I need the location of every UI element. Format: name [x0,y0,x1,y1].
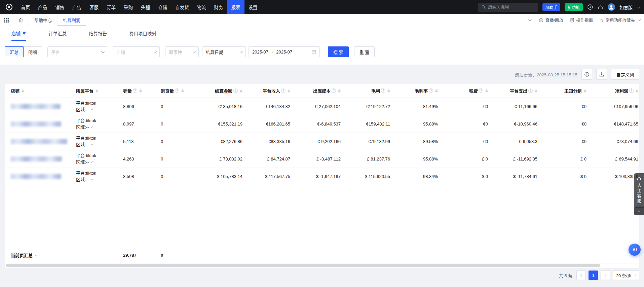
tab-order-summary[interactable]: 订单汇总 [48,26,67,41]
home-tab[interactable] [13,14,29,26]
apps-grid-icon[interactable] [4,18,9,23]
help-icon[interactable] [281,88,286,93]
prev-page-button[interactable] [576,271,586,280]
table-row[interactable]: 平台: tiktok 区域: -- 5,113 0 €82,276.86 €88… [5,133,639,150]
guide-link[interactable]: 操作指南 [570,17,593,23]
avatar[interactable] [608,3,615,11]
search-button[interactable]: 搜 索 [328,46,349,57]
edition-label[interactable]: 如意版 [619,4,633,10]
info-button[interactable] [581,69,592,80]
tab-store[interactable]: 店铺 [11,26,26,41]
help-icon[interactable] [528,88,533,93]
column-sales-qty[interactable]: 销量 [118,84,155,98]
column-platform-income[interactable]: 平台收入 [248,84,296,98]
sort-icon[interactable] [535,89,537,93]
tab-fee-mapping[interactable]: 费用项目映射 [129,26,156,41]
date-type-select[interactable]: 结算日期 [202,46,246,57]
new-feature-button[interactable]: 新功能 [565,3,583,11]
pin-icon[interactable] [22,31,26,35]
scrollbar-thumb[interactable] [6,264,600,267]
date-to-value[interactable]: 2025-07 [276,49,292,55]
sort-icon[interactable] [584,89,586,93]
table-row[interactable]: 平台: tiktok 区域: -- 8,097 0 €155,321.19 €1… [5,115,639,133]
table-row[interactable]: 平台: tiktok 区域: -- 3,508 0 $ 105,783.14 $… [5,168,639,185]
page-summary-toggle[interactable]: 当前页汇总 [11,252,37,258]
chevron-down-icon[interactable] [91,143,93,145]
help-icon[interactable] [175,88,179,93]
nav-item-first-leg[interactable]: 头程 [137,0,154,14]
sort-icon[interactable] [288,89,290,93]
column-gross-profit[interactable]: 毛利 [346,84,395,98]
headset-icon[interactable] [598,4,603,10]
column-net-profit[interactable]: 净利润 [592,84,639,98]
help-icon[interactable] [479,88,483,93]
date-from-value[interactable]: 2025-07 [252,49,268,55]
ai-assistant-button[interactable]: AI助手 [542,3,560,11]
nav-item-sales[interactable]: 销售 [51,0,68,14]
sort-icon[interactable] [636,89,638,93]
help-icon[interactable] [629,88,634,93]
chevron-down-icon[interactable] [91,125,93,128]
help-center-tab[interactable]: 帮助中心 [29,14,58,26]
chevron-down-icon[interactable] [637,5,640,8]
nav-item-customer-service[interactable]: 客服 [85,0,103,14]
date-range-picker[interactable]: 2025-07 ~ 2025-07 [249,46,320,57]
nav-item-warehouse[interactable]: 仓储 [154,0,171,14]
current-page-button[interactable]: 1 [589,271,598,280]
chevron-down-icon[interactable] [91,178,93,180]
reset-button[interactable]: 重 置 [354,46,375,57]
customer-service-widget[interactable]: 人工客服 [634,173,644,208]
column-platform[interactable]: 所属平台 [71,84,118,98]
nav-item-purchasing[interactable]: 采购 [120,0,137,14]
export-button[interactable] [596,69,607,80]
horizontal-scrollbar[interactable] [6,263,638,267]
chevron-down-icon[interactable] [91,108,93,110]
nav-item-reports[interactable]: 报表 [227,0,244,14]
search-input[interactable] [488,5,532,9]
platform-select[interactable]: 平台 [47,46,107,57]
table-scroll-area[interactable]: 店铺 所属平台 销量 退货量 结算金额 平台收入 出库成本 毛利 毛利率 税费 … [5,84,639,263]
sort-icon[interactable] [22,89,24,93]
table-row[interactable]: 平台: tiktok 区域: -- 8,806 0 €135,018.16 €1… [5,98,639,115]
next-page-button[interactable] [601,271,610,280]
summary-toggle-button[interactable]: 汇总 [5,46,24,57]
column-unknown-group[interactable]: 未知分组 [543,84,592,98]
favorites-link[interactable]: 常用功能收藏夹 [600,17,640,23]
nav-item-self-delivery[interactable]: 自发货 [171,0,193,14]
help-icon[interactable] [381,88,385,93]
nav-item-products[interactable]: 产品 [34,0,51,14]
customize-columns-button[interactable]: 自定义列 [611,69,639,80]
column-store[interactable]: 店铺 [5,84,71,98]
tabs-collapse-chevron-icon[interactable] [528,18,532,21]
sort-icon[interactable] [387,89,390,93]
help-icon[interactable] [332,88,336,93]
sort-icon[interactable] [435,89,438,93]
global-search[interactable] [478,3,538,12]
column-outbound-cost[interactable]: 出库成本 [296,84,346,98]
store-select[interactable]: 店铺 [113,46,160,57]
column-return-qty[interactable]: 退货量 [155,84,199,98]
detail-toggle-button[interactable]: 明细 [23,46,42,57]
download-center-icon[interactable] [587,4,593,10]
sort-icon[interactable] [485,89,488,93]
help-icon[interactable] [429,88,433,93]
ai-fab-button[interactable]: AI [629,244,641,256]
app-logo-icon[interactable] [5,3,13,11]
column-tax[interactable]: 税费 [443,84,493,98]
nav-item-finance[interactable]: 财务 [210,0,227,14]
help-icon[interactable] [233,88,238,93]
live-replay-link[interactable]: 直播/回放 [539,17,563,23]
page-size-select[interactable]: 20 条/页 [613,271,639,280]
sort-icon[interactable] [181,89,184,93]
nav-item-ads[interactable]: 广告 [68,0,85,14]
help-icon[interactable] [133,88,137,93]
settlement-profit-tab[interactable]: 结算利润 [58,14,86,26]
currency-select[interactable]: 原币种 [165,46,199,57]
sort-icon[interactable] [96,89,98,93]
nav-item-orders[interactable]: 订单 [103,0,120,14]
table-row[interactable]: 平台: tiktok 区域: -- 4,263 0 £ 73,032.02 £ … [5,150,639,168]
column-platform-expense[interactable]: 平台支出 [493,84,543,98]
chevron-down-icon[interactable] [91,160,93,163]
nav-item-logistics[interactable]: 物流 [193,0,210,14]
column-gross-margin[interactable]: 毛利率 [395,84,443,98]
